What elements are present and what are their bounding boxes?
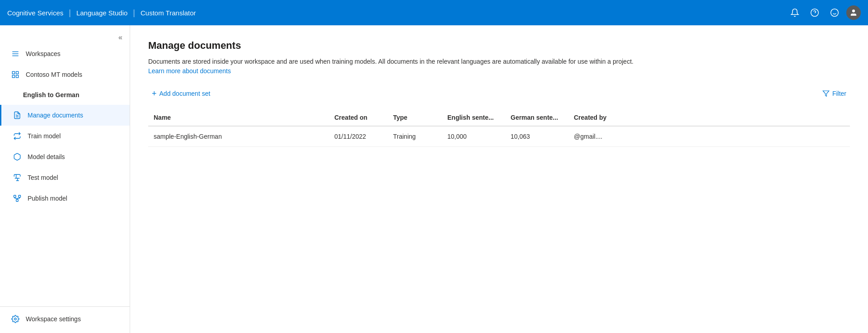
sidebar-item-test-model[interactable]: Test model	[0, 167, 130, 188]
help-button[interactable]	[807, 5, 823, 21]
cell-name: sample-English-German	[148, 126, 329, 147]
contoso-icon	[10, 70, 20, 79]
workspaces-icon	[10, 50, 20, 58]
lang-label: English to German	[23, 91, 79, 98]
table-row[interactable]: sample-English-German 01/11/2022 Trainin…	[148, 126, 850, 147]
train-model-icon	[12, 132, 22, 140]
sidebar-item-contoso[interactable]: Contoso MT models	[0, 64, 130, 85]
sidebar: « Workspaces Contoso MT models	[0, 25, 130, 333]
add-icon: +	[152, 89, 157, 98]
user-avatar[interactable]	[846, 5, 861, 20]
svg-rect-15	[14, 195, 16, 197]
sep2: |	[133, 8, 135, 18]
svg-point-2	[831, 9, 839, 17]
model-details-label: Model details	[28, 153, 65, 160]
sidebar-item-workspaces[interactable]: Workspaces	[0, 43, 130, 64]
test-model-label: Test model	[28, 174, 58, 181]
sep1: |	[69, 8, 71, 18]
col-header-en-sentences: English sente...	[442, 109, 505, 126]
filter-label: Filter	[832, 90, 846, 97]
brand-cognitive: Cognitive Services	[7, 9, 63, 17]
publish-model-icon	[12, 194, 22, 202]
train-model-label: Train model	[28, 132, 61, 140]
sidebar-collapse-button[interactable]: «	[117, 32, 124, 43]
page-description: Documents are stored inside your workspa…	[148, 57, 645, 76]
cell-type: Training	[388, 126, 442, 147]
page-title: Manage documents	[148, 40, 850, 52]
test-model-icon	[12, 174, 22, 182]
publish-model-label: Publish model	[28, 195, 67, 202]
sidebar-item-workspace-settings[interactable]: Workspace settings	[0, 309, 130, 329]
add-document-set-button[interactable]: + Add document set	[148, 87, 214, 100]
learn-more-link[interactable]: Learn more about documents	[148, 67, 231, 75]
col-header-created: Created on	[329, 109, 388, 126]
svg-rect-16	[19, 195, 21, 197]
svg-rect-17	[16, 199, 19, 202]
app-layout: « Workspaces Contoso MT models	[0, 25, 868, 333]
sidebar-item-train-model[interactable]: Train model	[0, 126, 130, 146]
svg-rect-9	[12, 71, 14, 74]
svg-marker-24	[823, 91, 829, 96]
workspace-settings-label: Workspace settings	[26, 315, 81, 323]
brand-language: Language Studio	[76, 9, 127, 17]
manage-documents-label: Manage documents	[28, 112, 83, 119]
contoso-label: Contoso MT models	[26, 71, 82, 78]
model-details-icon	[12, 153, 22, 161]
col-header-created-by: Created by	[568, 109, 850, 126]
topbar: Cognitive Services | Language Studio | C…	[0, 0, 868, 25]
filter-button[interactable]: Filter	[819, 87, 850, 100]
svg-point-23	[14, 318, 17, 320]
col-header-name: Name	[148, 109, 329, 126]
workspace-settings-icon	[10, 315, 20, 323]
cell-de-sentences: 10,063	[505, 126, 568, 147]
sidebar-item-manage-documents[interactable]: Manage documents	[0, 105, 130, 126]
cell-created-on: 01/11/2022	[329, 126, 388, 147]
filter-icon	[822, 90, 830, 97]
add-document-set-label: Add document set	[160, 90, 211, 97]
feedback-button[interactable]	[826, 5, 843, 21]
sidebar-item-publish-model[interactable]: Publish model	[0, 188, 130, 209]
notifications-button[interactable]	[787, 5, 803, 21]
svg-rect-12	[12, 75, 14, 78]
svg-rect-11	[16, 75, 19, 78]
sidebar-item-model-details[interactable]: Model details	[0, 146, 130, 167]
workspaces-label: Workspaces	[26, 50, 61, 57]
cell-created-by: @gmail....	[568, 126, 850, 147]
manage-documents-icon	[12, 111, 22, 119]
table-header-row: Name Created on Type English sente... Ge…	[148, 109, 850, 126]
svg-rect-10	[16, 71, 19, 74]
topbar-actions	[787, 5, 861, 21]
toolbar-row: + Add document set Filter	[148, 87, 850, 100]
cell-en-sentences: 10,000	[442, 126, 505, 147]
svg-point-0	[811, 9, 819, 17]
svg-point-5	[852, 9, 855, 12]
documents-table: Name Created on Type English sente... Ge…	[148, 109, 850, 147]
main-content: Manage documents Documents are stored in…	[130, 25, 868, 333]
brand-translator: Custom Translator	[141, 9, 196, 17]
col-header-de-sentences: German sente...	[505, 109, 568, 126]
sidebar-bottom-divider	[0, 306, 130, 307]
col-header-type: Type	[388, 109, 442, 126]
sidebar-item-lang[interactable]: English to German	[0, 85, 130, 105]
